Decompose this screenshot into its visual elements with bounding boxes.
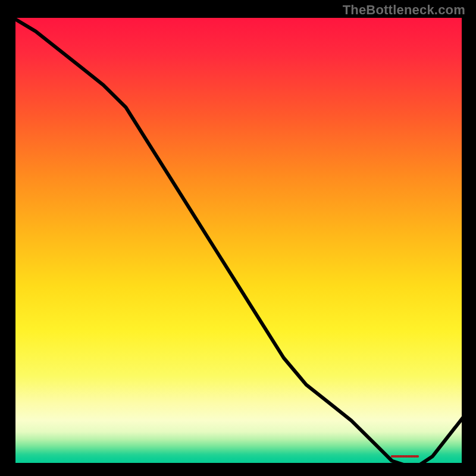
chart-stage: TheBottleneck.com	[0, 0, 476, 476]
watermark-text: TheBottleneck.com	[343, 2, 465, 18]
plot-area	[13, 18, 464, 465]
series-layer	[13, 18, 464, 465]
bottleneck-curve	[13, 18, 464, 465]
